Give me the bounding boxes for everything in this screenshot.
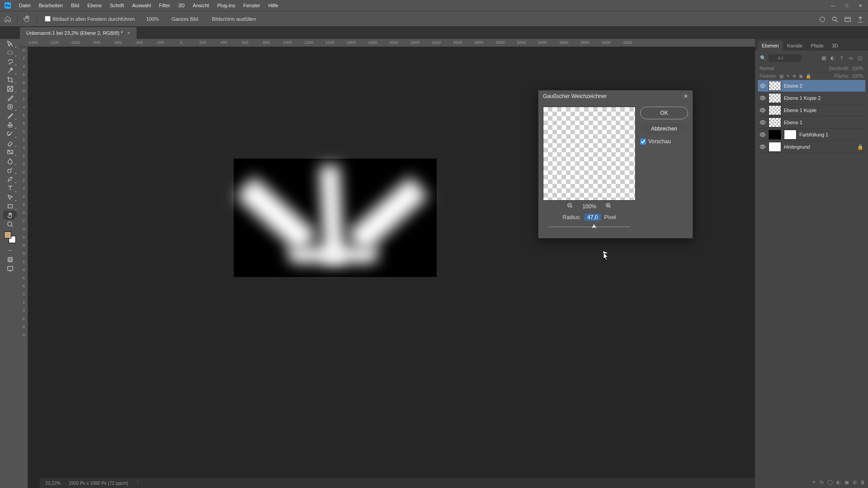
zoom-in-icon[interactable] <box>605 202 612 210</box>
document-tab[interactable]: Unbenannt-1 bei 23,2% (Ebene 2, RGB/8) *… <box>20 27 137 39</box>
tab-layers[interactable]: Ebenen <box>758 41 783 51</box>
tab-channels[interactable]: Kanäle <box>783 41 807 51</box>
group-icon[interactable]: ▣ <box>844 479 849 485</box>
visibility-icon[interactable] <box>760 83 766 89</box>
tool-screenmode[interactable] <box>3 264 17 273</box>
fill-value[interactable]: 100% <box>852 74 863 79</box>
menu-3d[interactable]: 3D <box>175 1 188 10</box>
window-min[interactable]: — <box>826 0 840 11</box>
cancel-button[interactable]: Abbrechen <box>640 123 688 135</box>
fit-whole-button[interactable]: Ganzes Bild <box>167 14 203 23</box>
zoom-value[interactable]: 100% <box>142 15 162 23</box>
tool-stamp[interactable] <box>3 120 17 129</box>
tool-rectangle[interactable] <box>3 202 17 211</box>
scroll-all-windows-checkbox[interactable]: Bildlauf in allen Fenstern durchführen <box>42 14 138 23</box>
lock-artboard-icon[interactable]: ▣ <box>799 74 803 79</box>
menu-filter[interactable]: Filter <box>156 1 174 10</box>
radius-slider[interactable] <box>548 225 630 229</box>
tool-eraser[interactable] <box>3 138 17 147</box>
tool-dodge[interactable] <box>3 165 17 174</box>
tool-eyedropper[interactable] <box>3 93 17 102</box>
workspace-icon[interactable] <box>844 15 852 23</box>
document-canvas[interactable] <box>234 159 437 277</box>
tool-hand[interactable] <box>3 211 17 220</box>
fill-screen-button[interactable]: Bildschirm ausfüllen <box>208 14 261 23</box>
tool-marquee-ellipse[interactable] <box>3 48 17 57</box>
status-zoom[interactable]: 23,22% <box>45 481 61 486</box>
menu-window[interactable]: Fenster <box>240 1 264 10</box>
layer-row[interactable]: Ebene 1 Kopie <box>758 104 865 117</box>
tool-type[interactable] <box>3 183 17 192</box>
home-icon[interactable] <box>3 14 13 24</box>
layer-row[interactable]: Ebene 2 <box>758 80 865 92</box>
zoom-out-icon[interactable] <box>567 202 573 210</box>
menu-plugins[interactable]: Plug-ins <box>213 1 239 10</box>
menu-image[interactable]: Bild <box>67 1 83 10</box>
ok-button[interactable]: OK <box>640 107 688 119</box>
filter-shape-icon[interactable]: ▭ <box>847 55 854 62</box>
tool-edit-toolbar[interactable] <box>3 246 17 255</box>
filter-adjust-icon[interactable]: ◐ <box>829 55 836 62</box>
tool-brush[interactable] <box>3 111 17 120</box>
visibility-icon[interactable] <box>760 107 766 113</box>
dialog-close-button[interactable]: ✕ <box>684 93 688 99</box>
dialog-preview[interactable] <box>543 107 636 201</box>
menu-help[interactable]: Hilfe <box>264 1 282 10</box>
lock-pixels-icon[interactable]: ▦ <box>779 74 783 79</box>
fx-icon[interactable]: fx <box>820 479 824 485</box>
mask-icon[interactable]: ◯ <box>827 479 833 485</box>
tool-zoom[interactable] <box>3 220 17 229</box>
filter-smart-icon[interactable]: ◫ <box>856 55 863 62</box>
tool-blur[interactable] <box>3 156 17 165</box>
cloud-icon[interactable] <box>818 15 826 23</box>
blend-mode-select[interactable]: Normal <box>760 66 774 71</box>
status-arrow-icon[interactable]: 〉 <box>137 480 141 486</box>
link-layers-icon[interactable]: ⚭ <box>812 479 816 485</box>
lock-pos-icon[interactable]: ✥ <box>793 74 796 79</box>
share-icon[interactable] <box>856 15 864 23</box>
tab-3d[interactable]: 3D <box>828 41 842 51</box>
menu-view[interactable]: Ansicht <box>189 1 212 10</box>
tool-move[interactable] <box>3 39 17 48</box>
visibility-icon[interactable] <box>760 144 766 150</box>
trash-icon[interactable]: 🗑 <box>860 479 865 485</box>
close-icon[interactable]: × <box>127 30 130 36</box>
layer-row[interactable]: Ebene 1 <box>758 117 865 129</box>
menu-layer[interactable]: Ebene <box>84 1 105 10</box>
layer-row[interactable]: Farbfüllung 1 <box>758 129 865 141</box>
filter-image-icon[interactable]: ▦ <box>820 55 827 62</box>
color-swatches[interactable] <box>4 231 16 243</box>
layer-row[interactable]: Ebene 1 Kopie 2 <box>758 92 865 104</box>
visibility-icon[interactable] <box>760 131 766 138</box>
tool-pen[interactable] <box>3 174 17 183</box>
tool-quickmask[interactable] <box>3 255 17 264</box>
menu-type[interactable]: Schrift <box>106 1 127 10</box>
menu-select[interactable]: Auswahl <box>128 1 155 10</box>
tool-history-brush[interactable] <box>3 129 17 138</box>
tool-gradient[interactable] <box>3 147 17 156</box>
tool-crop[interactable] <box>3 75 17 84</box>
lock-paint-icon[interactable]: ✎ <box>786 74 790 79</box>
visibility-icon[interactable] <box>760 119 766 126</box>
window-max[interactable]: □ <box>840 0 854 11</box>
filter-type-icon[interactable]: T <box>838 55 845 62</box>
tool-path-select[interactable] <box>3 192 17 202</box>
search-icon[interactable] <box>831 15 839 23</box>
tool-lasso[interactable] <box>3 57 17 66</box>
hand-tool-icon[interactable] <box>22 14 32 24</box>
lock-all-icon[interactable]: 🔒 <box>806 74 811 79</box>
menu-file[interactable]: Datei <box>15 1 34 10</box>
opacity-value[interactable]: 100% <box>852 66 863 71</box>
new-layer-icon[interactable]: ⊞ <box>853 479 857 485</box>
tab-paths[interactable]: Pfade <box>807 41 828 51</box>
window-close[interactable]: ✕ <box>854 0 867 11</box>
radius-input[interactable]: 47,0 <box>585 214 600 221</box>
tool-frame[interactable] <box>3 84 17 93</box>
layer-row[interactable]: Hintergrund🔒 <box>758 141 865 153</box>
tool-wand[interactable] <box>3 66 17 75</box>
menu-edit[interactable]: Bearbeiten <box>35 1 66 10</box>
visibility-icon[interactable] <box>760 95 766 101</box>
layer-filter-input[interactable] <box>769 54 801 62</box>
tool-heal[interactable] <box>3 102 17 111</box>
preview-checkbox[interactable]: Vorschau <box>640 138 688 145</box>
